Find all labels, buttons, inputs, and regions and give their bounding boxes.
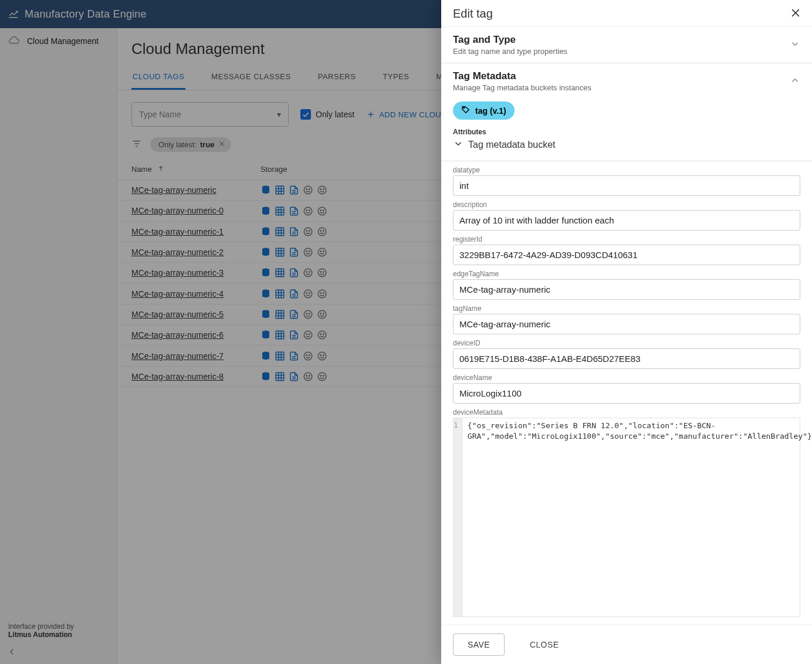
section-subtitle: Edit tag name and type properties: [453, 47, 567, 56]
bucket-title: Tag metadata bucket: [468, 140, 556, 150]
field-devicename: deviceName: [453, 374, 800, 404]
field-label: datatype: [453, 166, 800, 174]
field-label: edgeTagName: [453, 270, 800, 278]
tagname-input[interactable]: [453, 314, 800, 334]
pill-label: tag (v.1): [475, 106, 506, 116]
registerid-input[interactable]: [453, 245, 800, 265]
field-deviceid: deviceID: [453, 339, 800, 369]
field-label: tagName: [453, 304, 800, 313]
save-button[interactable]: SAVE: [453, 633, 505, 656]
datatype-input[interactable]: [453, 175, 800, 196]
bucket-header[interactable]: Tag metadata bucket: [453, 138, 800, 151]
chevron-down-icon: [790, 39, 800, 51]
chevron-up-icon: [790, 75, 800, 87]
code-gutter: 1: [454, 418, 463, 616]
close-button[interactable]: CLOSE: [515, 633, 573, 656]
chevron-down-icon: [453, 138, 463, 151]
section-tag-and-type-header[interactable]: Tag and Type Edit tag name and type prop…: [441, 27, 812, 63]
close-icon[interactable]: [790, 7, 801, 21]
section-tag-metadata-header[interactable]: Tag Metadata Manage Tag metadata buckets…: [441, 63, 812, 99]
deviceid-input[interactable]: [453, 348, 800, 369]
edit-tag-panel: Edit tag Tag and Type Edit tag name and …: [441, 0, 812, 664]
tag-icon: [461, 105, 471, 116]
description-input[interactable]: [453, 210, 800, 231]
field-registerid: registerId: [453, 235, 800, 265]
field-label: deviceID: [453, 339, 800, 347]
section-title: Tag Metadata: [453, 70, 591, 82]
attributes-label: Attributes: [453, 128, 800, 136]
section-tag-and-type: Tag and Type Edit tag name and type prop…: [441, 27, 812, 63]
field-label: deviceMetadata: [453, 408, 800, 416]
metadata-form: datatype description registerId edgeTagN…: [441, 161, 812, 625]
panel-header: Edit tag: [441, 0, 812, 27]
code-editor[interactable]: 1 {"os_revision":"Series B FRN 12.0","lo…: [453, 418, 800, 617]
field-devicemetadata: deviceMetadata 1 {"os_revision":"Series …: [453, 408, 800, 617]
field-label: deviceName: [453, 374, 800, 382]
edgetagname-input[interactable]: [453, 279, 800, 300]
field-description: description: [453, 201, 800, 231]
field-datatype: datatype: [453, 166, 800, 196]
field-label: description: [453, 201, 800, 209]
svg-point-151: [463, 107, 465, 109]
section-tag-metadata: Tag Metadata Manage Tag metadata buckets…: [441, 63, 812, 161]
section-subtitle: Manage Tag metadata buckets instances: [453, 83, 591, 92]
field-tagname: tagName: [453, 304, 800, 334]
panel-title: Edit tag: [453, 7, 493, 21]
field-edgetagname: edgeTagName: [453, 270, 800, 300]
tag-version-pill[interactable]: tag (v.1): [453, 101, 515, 120]
field-label: registerId: [453, 235, 800, 243]
panel-actions: SAVE CLOSE: [441, 625, 812, 664]
code-text[interactable]: {"os_revision":"Series B FRN 12.0","loca…: [463, 418, 812, 616]
section-title: Tag and Type: [453, 34, 567, 46]
devicename-input[interactable]: [453, 383, 800, 404]
